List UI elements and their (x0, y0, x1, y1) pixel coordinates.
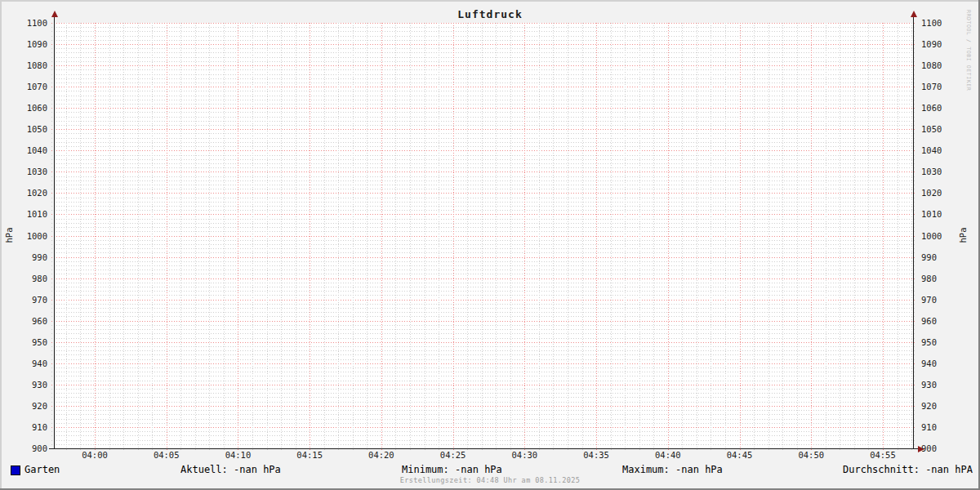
gridline-major-v (668, 23, 669, 452)
y-tick-label-right: 1060 (921, 103, 959, 113)
x-tick-label: 04:35 (578, 450, 614, 460)
y-tick-label-right: 970 (921, 295, 959, 305)
gridline-minor-v (639, 23, 640, 452)
gridline-minor-v (754, 23, 755, 452)
y-tick-label-left: 910 (15, 422, 47, 432)
gridline-minor-v (467, 23, 468, 452)
y-tick-label-left: 980 (15, 274, 47, 283)
gridline-major-v (381, 23, 382, 452)
gridline-minor-v (797, 23, 798, 452)
stat-maximum: Maximum: -nan hPa (622, 464, 723, 476)
y-tick-label-left: 970 (15, 295, 47, 305)
gridline-minor-v (568, 23, 568, 452)
border-top (0, 0, 980, 2)
y-tick-label-left: 1060 (15, 103, 47, 113)
y-tick-label-left: 990 (15, 252, 47, 262)
legend-swatch-garten (11, 466, 20, 475)
gridline-major-v (596, 23, 597, 452)
gridline-minor-v (625, 23, 626, 452)
gridline-minor-v (425, 23, 425, 452)
y-tick-label-right: 930 (921, 380, 959, 390)
y-tick-label-right: 980 (921, 274, 959, 283)
y-axis-unit-right: hPa (958, 223, 968, 247)
x-tick-label: 04:50 (793, 450, 829, 460)
gridline-minor-v (653, 23, 654, 452)
x-tick-label: 04:25 (435, 450, 471, 460)
gridline-minor-v (410, 23, 411, 452)
x-tick-label: 04:30 (506, 450, 542, 460)
gridline-minor-v (180, 23, 181, 452)
gridline-major-v (238, 23, 238, 452)
x-tick-label: 04:55 (865, 450, 901, 460)
y-tick-label-right: 1010 (921, 209, 959, 219)
gridline-minor-v (224, 23, 225, 452)
gridline-minor-v (911, 23, 912, 452)
gridline-minor-v (109, 23, 110, 452)
gridline-major-v (883, 23, 884, 452)
gridline-minor-v (710, 23, 711, 452)
y-tick-label-right: 1030 (921, 167, 959, 176)
y-tick-label-left: 1090 (15, 39, 47, 49)
gridline-major-v (524, 23, 525, 452)
rrdtool-watermark: RRDTOOL / TOBI OETIKER (965, 10, 972, 91)
x-tick-label: 04:10 (220, 450, 256, 460)
y-tick-label-left: 1000 (15, 231, 47, 241)
gridline-minor-v (123, 23, 124, 452)
y-tick-label-right: 950 (921, 337, 959, 347)
gridline-minor-v (252, 23, 253, 452)
border-left (0, 0, 2, 490)
y-tick-label-left: 1030 (15, 167, 47, 176)
x-axis (49, 448, 918, 449)
y-tick-label-left: 1070 (15, 82, 47, 91)
gridline-minor-v (582, 23, 583, 452)
gridline-minor-v (840, 23, 840, 452)
gridline-minor-v (281, 23, 282, 452)
y-tick-label-right: 1040 (921, 145, 959, 155)
gridline-minor-v (725, 23, 726, 452)
y-tick-label-left: 1050 (15, 124, 47, 134)
y-tick-label-right: 940 (921, 359, 959, 368)
y-tick-label-right: 1090 (921, 39, 959, 49)
gridline-major-v (310, 23, 310, 452)
gridline-major-v (453, 23, 454, 452)
rrdtool-graph: Luftdruck 900900910910920920930930940940… (0, 0, 980, 490)
x-tick-label: 04:00 (77, 450, 113, 460)
x-tick-label: 04:45 (722, 450, 758, 460)
gridline-minor-v (338, 23, 339, 452)
gridline-minor-v (367, 23, 368, 452)
y-tick-label-right: 900 (921, 443, 959, 453)
gridline-minor-v (611, 23, 612, 452)
y-tick-label-right: 920 (921, 401, 959, 411)
y-tick-label-right: 990 (921, 252, 959, 262)
gridline-minor-v (768, 23, 769, 452)
y-tick-label-right: 1050 (921, 124, 959, 134)
y-tick-label-left: 1010 (15, 209, 47, 219)
gridline-minor-v (553, 23, 554, 452)
gridline-major-v (811, 23, 812, 452)
gridline-minor-v (80, 23, 81, 452)
gridline-minor-v (496, 23, 497, 452)
y-tick-label-left: 930 (15, 380, 47, 390)
y-axis-right (913, 16, 914, 449)
stat-minimum: Minimum: -nan hPa (402, 464, 502, 476)
gridline-minor-v (138, 23, 139, 452)
gridline-minor-v (324, 23, 325, 452)
gridline-minor-v (682, 23, 683, 452)
gridline-minor-v (296, 23, 296, 452)
gridline-minor-v (195, 23, 196, 452)
x-tick-label: 04:40 (650, 450, 686, 460)
y-tick-label-left: 1020 (15, 188, 47, 198)
y-tick-label-right: 1000 (921, 231, 959, 241)
gridline-minor-v (898, 23, 898, 452)
gridline-minor-v (66, 23, 67, 452)
gridline-minor-v (152, 23, 153, 452)
creation-time-text: Erstellungszeit: 04:48 Uhr am 08.11.2025 (0, 476, 980, 484)
gridline-minor-v (782, 23, 783, 452)
y-axis-unit-left: hPa (4, 223, 14, 247)
gridline-minor-v (854, 23, 855, 452)
y-tick-label-right: 1080 (921, 60, 959, 70)
gridline-minor-v (353, 23, 354, 452)
gridline-major-v (167, 23, 167, 452)
y-tick-label-left: 1100 (15, 18, 47, 28)
x-tick-label: 04:20 (363, 450, 399, 460)
